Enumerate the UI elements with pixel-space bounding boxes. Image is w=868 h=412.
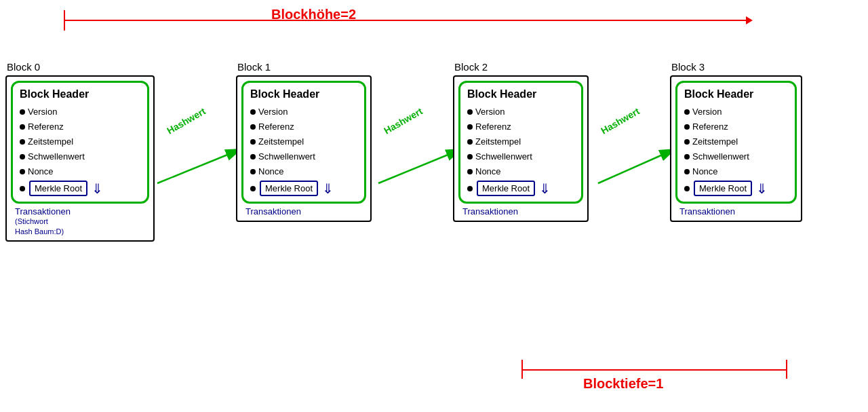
block-0-inner: Block Header Version Referenz Zeitstempe… [11, 81, 149, 204]
block-3-field-referenz: Referenz [684, 119, 788, 134]
block-2-title: Block 2 [454, 61, 488, 73]
block-1-field-zeitstempel: Zeitstempel [250, 134, 357, 149]
block-3-wrapper: Block 3 Block Header Version Referenz Ze… [670, 61, 802, 222]
block-2-field-referenz: Referenz [467, 119, 574, 134]
svg-marker-2 [746, 16, 753, 24]
block-1-field-referenz: Referenz [250, 119, 357, 134]
bullet-icon [467, 154, 473, 160]
block-1-inner: Block Header Version Referenz Zeitstempe… [241, 81, 366, 204]
down-arrow-icon: ⇓ [322, 182, 334, 195]
block-0-merkle-row: Merkle Root ⇓ [20, 181, 140, 196]
bullet-icon [250, 169, 256, 174]
bullet-icon [250, 154, 256, 160]
diagram-container: Blockhöhe=2 Blocktiefe=1 Block 0 Block H… [0, 0, 868, 412]
bullet-icon [467, 124, 473, 130]
bullet-icon [250, 186, 256, 191]
down-arrow-icon: ⇓ [539, 182, 551, 195]
block-3-title: Block 3 [671, 61, 705, 73]
bullet-icon [684, 124, 690, 130]
down-arrow-icon: ⇓ [92, 182, 103, 195]
block-0-transactions: Transaktionen [15, 206, 149, 217]
block-2-merkle-box: Merkle Root [477, 181, 535, 196]
block-3-transactions: Transaktionen [679, 206, 797, 217]
block-2-wrapper: Block 2 Block Header Version Referenz Ze… [453, 61, 589, 222]
block-1-field-nonce: Nonce [250, 164, 357, 179]
block-3-merkle-box: Merkle Root [694, 181, 752, 196]
bullet-icon [467, 169, 473, 174]
bullet-icon [20, 124, 25, 130]
hashwert-1-label: Hashwert [165, 105, 208, 136]
block-3-outer: Block Header Version Referenz Zeitstempe… [670, 75, 802, 222]
block-1-header: Block Header [250, 88, 357, 100]
block-0-field-schwellenwert: Schwellenwert [20, 149, 140, 164]
block-0-merkle-box: Merkle Root [29, 181, 87, 196]
block-0-wrapper: Block 0 Block Header Version Referenz Ze… [5, 61, 155, 242]
down-arrow-icon: ⇓ [756, 182, 768, 195]
block-3-inner: Block Header Version Referenz Zeitstempe… [675, 81, 797, 204]
block-2-transactions: Transaktionen [462, 206, 583, 217]
block-2-field-version: Version [467, 105, 574, 119]
block-1-transactions: Transaktionen [245, 206, 366, 217]
block-3-field-version: Version [684, 105, 788, 119]
block-1-field-schwellenwert: Schwellenwert [250, 149, 357, 164]
block-0-transactions-note: (StichwortHash Baum:D) [15, 217, 149, 236]
bullet-icon [467, 109, 473, 115]
bullet-icon [467, 186, 473, 191]
block-3-field-zeitstempel: Zeitstempel [684, 134, 788, 149]
block-3-field-nonce: Nonce [684, 164, 788, 179]
block-1-title: Block 1 [237, 61, 271, 73]
block-2-field-zeitstempel: Zeitstempel [467, 134, 574, 149]
bullet-icon [467, 139, 473, 145]
block-0-title: Block 0 [7, 61, 40, 73]
block-0-field-nonce: Nonce [20, 164, 140, 179]
block-3-header: Block Header [684, 88, 788, 100]
bullet-icon [250, 109, 256, 115]
blockhoehe-label: Blockhöhe=2 [271, 7, 356, 22]
bullet-icon [20, 169, 25, 174]
block-1-outer: Block Header Version Referenz Zeitstempe… [236, 75, 372, 222]
bullet-icon [20, 186, 25, 191]
block-0-header: Block Header [20, 88, 140, 100]
block-2-merkle-row: Merkle Root ⇓ [467, 181, 574, 196]
block-1-merkle-row: Merkle Root ⇓ [250, 181, 357, 196]
bullet-icon [684, 109, 690, 115]
block-0-field-version: Version [20, 105, 140, 119]
bullet-icon [20, 109, 25, 115]
block-0-outer: Block Header Version Referenz Zeitstempe… [5, 75, 155, 242]
block-2-outer: Block Header Version Referenz Zeitstempe… [453, 75, 589, 222]
blocktiefe-label: Blocktiefe=1 [583, 376, 663, 392]
hashwert-2-label: Hashwert [382, 105, 425, 136]
bullet-icon [20, 154, 25, 160]
block-0-field-zeitstempel: Zeitstempel [20, 134, 140, 149]
block-3-merkle-row: Merkle Root ⇓ [684, 181, 788, 196]
bullet-icon [684, 154, 690, 160]
bullet-icon [20, 139, 25, 145]
block-2-field-nonce: Nonce [467, 164, 574, 179]
block-0-field-referenz: Referenz [20, 119, 140, 134]
block-1-merkle-box: Merkle Root [260, 181, 318, 196]
bullet-icon [684, 139, 690, 145]
block-3-field-schwellenwert: Schwellenwert [684, 149, 788, 164]
block-1-wrapper: Block 1 Block Header Version Referenz Ze… [236, 61, 372, 222]
block-1-field-version: Version [250, 105, 357, 119]
block-2-field-schwellenwert: Schwellenwert [467, 149, 574, 164]
bullet-icon [250, 124, 256, 130]
bullet-icon [684, 169, 690, 174]
bullet-icon [250, 139, 256, 145]
hashwert-3-label: Hashwert [599, 105, 642, 136]
block-2-header: Block Header [467, 88, 574, 100]
block-2-inner: Block Header Version Referenz Zeitstempe… [458, 81, 583, 204]
bullet-icon [684, 186, 690, 191]
